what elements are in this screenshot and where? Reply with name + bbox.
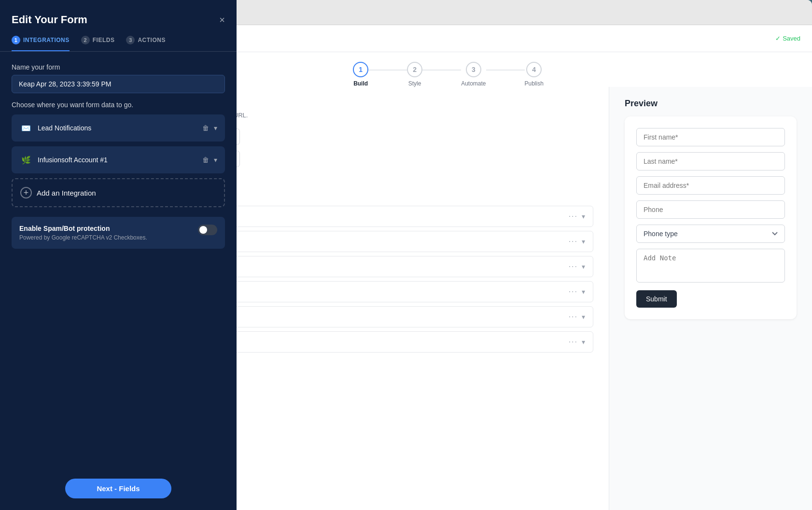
spam-toggle[interactable] [198,225,217,235]
spam-text: Enable Spam/Bot protection Powered by Go… [19,225,147,241]
step-connector-3 [486,70,525,71]
tab-fields[interactable]: 2 FIELDS [81,36,115,51]
preview-phone-type[interactable]: Phone type [636,225,785,243]
integration-actions: 🗑 ▾ [202,156,217,164]
spam-title: Enable Spam/Bot protection [19,225,147,232]
step-1-circle: 1 [353,62,368,77]
sidebar-panel: Edit Your Form × 1 INTEGRATIONS 2 FIELDS… [0,0,237,510]
step-1-label: Build [353,80,368,87]
sidebar-close-icon[interactable]: × [219,14,225,26]
form-name-input[interactable] [12,75,225,93]
integration-left: ✉️ Lead Notifications [19,121,91,135]
step-4-circle: 4 [526,62,542,77]
chevron-down-icon[interactable]: ▾ [582,212,585,220]
stepper: 1 Build 2 Style 3 Automate [353,62,544,87]
saved-text: Saved [783,35,800,42]
tab-3-number: 3 [126,36,135,44]
step-4[interactable]: 4 Publish [525,62,544,87]
tab-1-label: INTEGRATIONS [23,37,70,43]
sidebar-tabs: 1 INTEGRATIONS 2 FIELDS 3 ACTIONS [0,36,237,52]
preview-card: Phone type Submit [625,116,797,319]
tab-2-label: FIELDS [93,37,115,43]
tab-2-number: 2 [81,36,90,44]
trash-icon[interactable]: 🗑 [202,124,209,132]
field-actions: ··· ▾ [569,237,585,246]
lead-notifications-icon: ✉️ [19,121,33,135]
preview-first-name[interactable] [636,128,785,146]
preview-last-name[interactable] [636,152,785,170]
sidebar-title: Edit Your Form [12,14,87,26]
integration-item-lead-notifications: ✉️ Lead Notifications 🗑 ▾ [12,114,225,142]
sidebar-footer: Next - Fields [0,471,237,510]
step-2[interactable]: 2 Style [407,62,422,87]
preview-area: Preview Phone type Submit [609,87,812,510]
step-2-label: Style [408,80,421,87]
step-2-circle: 2 [407,62,422,77]
spam-subtitle: Powered by Google reCAPTCHA v2 Checkboxe… [19,234,147,241]
chevron-down-icon[interactable]: ▾ [582,313,585,321]
step-3[interactable]: 3 Automate [461,62,486,87]
tab-actions[interactable]: 3 ACTIONS [126,36,166,51]
tab-integrations[interactable]: 1 INTEGRATIONS [12,36,70,51]
step-3-circle: 3 [466,62,481,77]
dots-menu-icon[interactable]: ··· [569,237,578,246]
preview-phone[interactable] [636,200,785,219]
chevron-down-icon[interactable]: ▾ [582,238,585,245]
sidebar-header: Edit Your Form × [0,0,237,36]
add-icon: + [20,187,32,198]
integration-name-infusionsoft: Infusionsoft Account #1 [38,156,108,164]
preview-add-note[interactable] [636,249,785,283]
dots-menu-icon[interactable]: ··· [569,338,578,346]
step-4-label: Publish [525,80,544,87]
dots-menu-icon[interactable]: ··· [569,212,578,221]
step-connector-2 [422,70,461,71]
step-connector-1 [368,70,407,71]
field-actions: ··· ▾ [569,212,585,221]
preview-title: Preview [625,99,797,109]
field-actions: ··· ▾ [569,312,585,321]
dots-menu-icon[interactable]: ··· [569,312,578,321]
chevron-down-icon[interactable]: ▾ [582,338,585,346]
dots-menu-icon[interactable]: ··· [569,287,578,296]
integration-name-lead: Lead Notifications [38,124,91,132]
chevron-down-icon[interactable]: ▾ [214,124,217,132]
chevron-down-icon[interactable]: ▾ [582,263,585,270]
chevron-down-icon[interactable]: ▾ [582,288,585,296]
chevron-down-icon[interactable]: ▾ [214,156,217,164]
check-icon: ✓ [775,35,781,42]
next-fields-button[interactable]: Next - Fields [65,479,171,498]
spam-protection-card: Enable Spam/Bot protection Powered by Go… [12,217,225,249]
field-actions: ··· ▾ [569,262,585,271]
add-integration-button[interactable]: + Add an Integration [12,178,225,207]
saved-badge: ✓ Saved [775,35,800,42]
integration-item-infusionsoft: 🌿 Infusionsoft Account #1 🗑 ▾ [12,146,225,173]
trash-icon[interactable]: 🗑 [202,156,209,164]
step-3-label: Automate [461,80,486,87]
integration-left: 🌿 Infusionsoft Account #1 [19,153,108,167]
tab-1-number: 1 [12,36,20,44]
dots-menu-icon[interactable]: ··· [569,262,578,271]
preview-email[interactable] [636,176,785,195]
add-integration-label: Add an Integration [37,189,96,197]
choose-label: Choose where you want form data to go. [12,101,225,109]
submit-button[interactable]: Submit [636,290,677,308]
step-1[interactable]: 1 Build [353,62,368,87]
form-name-label: Name your form [12,63,225,71]
infusionsoft-icon: 🌿 [19,153,33,167]
field-actions: ··· ▾ [569,287,585,296]
sidebar-body: Name your form Choose where you want for… [0,52,237,471]
tab-3-label: ACTIONS [138,37,166,43]
toggle-knob [199,226,207,234]
field-actions: ··· ▾ [569,338,585,346]
integration-actions: 🗑 ▾ [202,124,217,132]
